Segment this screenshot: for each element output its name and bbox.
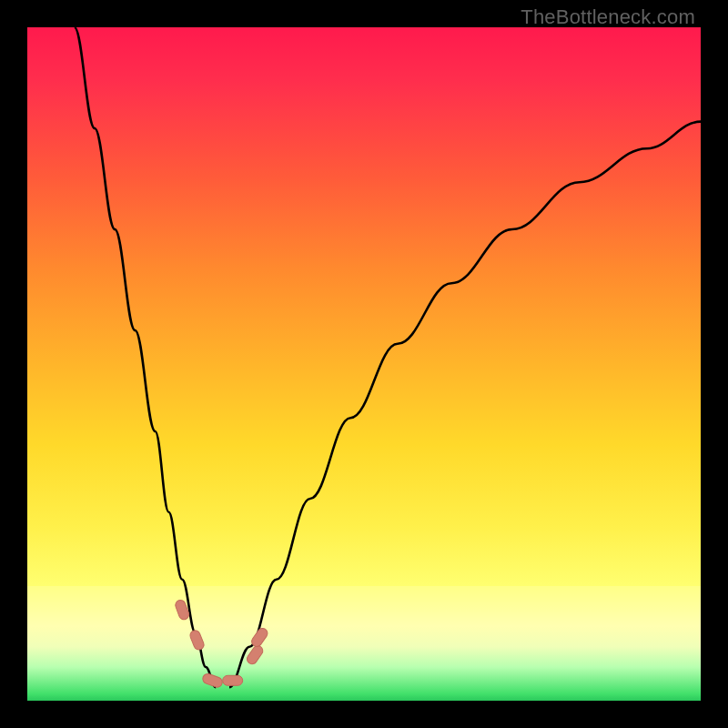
marker-capsule	[223, 675, 243, 685]
outer-frame: TheBottleneck.com	[0, 0, 728, 728]
marker-capsule	[188, 629, 205, 652]
marker-capsule	[249, 626, 269, 648]
right-curve	[229, 122, 701, 688]
watermark-text: TheBottleneck.com	[521, 5, 695, 29]
marker-capsule	[201, 672, 223, 689]
chart-svg	[27, 27, 701, 701]
left-curve	[75, 27, 216, 687]
plot-area	[27, 27, 701, 701]
bottleneck-markers	[174, 599, 269, 689]
